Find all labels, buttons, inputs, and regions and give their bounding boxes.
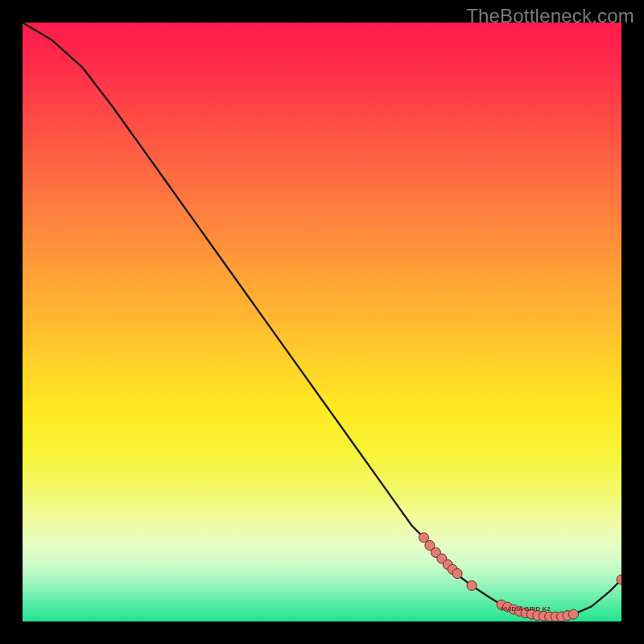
data-marker [569,609,579,619]
series-annotation: NVIDIA GRID K2 [501,605,551,613]
plot-area: NVIDIA GRID K2 [23,23,621,621]
chart-stage: TheBottleneck.com NVIDIA GRID K2 [0,0,644,644]
data-marker [467,580,477,590]
curve-path [23,23,621,617]
data-marker [452,569,462,579]
bottleneck-curve: NVIDIA GRID K2 [23,23,621,621]
